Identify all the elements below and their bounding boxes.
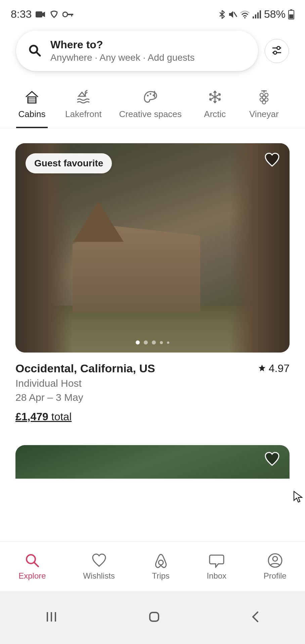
tab-label: Trips bbox=[152, 571, 169, 581]
svg-rect-6 bbox=[253, 16, 254, 18]
tab-explore[interactable]: Explore bbox=[18, 552, 46, 581]
svg-point-44 bbox=[273, 556, 277, 561]
profile-icon bbox=[267, 552, 283, 569]
back-button[interactable] bbox=[250, 610, 260, 625]
svg-point-42 bbox=[159, 560, 163, 565]
star-icon bbox=[258, 362, 266, 375]
category-label: Cabins bbox=[18, 109, 46, 119]
battery-percent: 58% bbox=[264, 8, 286, 20]
svg-rect-8 bbox=[257, 12, 259, 18]
category-label: Arctic bbox=[204, 109, 226, 119]
category-tabs: Cabins Lakefront Creative spaces Arctic … bbox=[0, 79, 305, 128]
bluetooth-icon bbox=[219, 10, 225, 19]
category-creative[interactable]: Creative spaces bbox=[119, 89, 181, 128]
listing-dates: 28 Apr – 3 May bbox=[15, 392, 290, 403]
svg-line-4 bbox=[234, 12, 237, 17]
grapes-icon bbox=[256, 89, 272, 105]
photo-pager bbox=[136, 340, 169, 344]
category-arctic[interactable]: Arctic bbox=[199, 89, 231, 128]
svg-point-24 bbox=[149, 93, 151, 95]
listing-price: £1,479 total bbox=[15, 411, 290, 423]
snowflake-icon bbox=[207, 89, 223, 105]
status-time: 8:33 bbox=[11, 8, 32, 20]
svg-rect-19 bbox=[28, 97, 36, 103]
filter-button[interactable] bbox=[265, 39, 289, 63]
rating-value: 4.97 bbox=[269, 362, 290, 375]
guest-favourite-badge: Guest favourite bbox=[26, 153, 112, 173]
filter-icon bbox=[271, 45, 282, 57]
category-lakefront[interactable]: Lakefront bbox=[65, 89, 101, 128]
search-area: Where to? Anywhere · Any week · Add gues… bbox=[0, 26, 305, 79]
cursor-icon bbox=[293, 490, 304, 505]
home-button[interactable] bbox=[147, 610, 161, 625]
search-title: Where to? bbox=[50, 39, 195, 51]
tab-inbox[interactable]: Inbox bbox=[207, 552, 226, 581]
svg-rect-9 bbox=[260, 10, 261, 18]
battery-icon bbox=[288, 9, 294, 19]
category-vineyards[interactable]: Vineyar bbox=[248, 89, 280, 128]
tab-trips[interactable]: Trips bbox=[152, 552, 169, 581]
mute-icon bbox=[228, 10, 237, 19]
tab-label: Profile bbox=[264, 571, 287, 581]
heart-icon bbox=[91, 552, 107, 569]
search-subtitle: Anywhere · Any week · Add guests bbox=[50, 52, 195, 63]
listing-photo[interactable]: Guest favourite bbox=[15, 143, 290, 353]
signal-icon bbox=[253, 10, 261, 18]
listing-feed: Guest favourite Occidental, California, … bbox=[0, 128, 305, 479]
svg-line-41 bbox=[34, 562, 38, 567]
svg-point-23 bbox=[147, 95, 148, 97]
listing-rating: 4.97 bbox=[258, 362, 290, 375]
palette-icon bbox=[142, 89, 159, 105]
svg-rect-2 bbox=[67, 14, 73, 15]
tab-label: Explore bbox=[18, 571, 46, 581]
listing-title: Occidental, California, US bbox=[15, 362, 155, 375]
tab-label: Wishlists bbox=[83, 571, 115, 581]
search-icon bbox=[25, 552, 40, 569]
svg-point-16 bbox=[277, 47, 280, 50]
android-nav-bar bbox=[0, 591, 305, 644]
listing-host: Individual Host bbox=[15, 378, 290, 389]
category-label: Vineyar bbox=[249, 109, 279, 119]
tab-label: Inbox bbox=[207, 571, 226, 581]
search-pill[interactable]: Where to? Anywhere · Any week · Add gues… bbox=[16, 31, 258, 71]
status-bar: 8:33 58% bbox=[0, 0, 305, 26]
wishlist-heart-button[interactable] bbox=[264, 452, 280, 468]
svg-rect-3 bbox=[71, 14, 72, 16]
category-label: Lakefront bbox=[65, 109, 101, 119]
airbnb-icon bbox=[154, 552, 168, 569]
listing-info[interactable]: Occidental, California, US 4.97 Individu… bbox=[15, 353, 290, 423]
chat-icon bbox=[209, 552, 224, 569]
listing-photo-next[interactable] bbox=[15, 445, 290, 479]
wishlist-heart-button[interactable] bbox=[264, 153, 280, 169]
svg-rect-48 bbox=[150, 612, 159, 621]
svg-rect-7 bbox=[255, 14, 256, 18]
camera-icon bbox=[36, 11, 46, 18]
svg-point-18 bbox=[274, 51, 277, 54]
lakefront-icon bbox=[75, 89, 91, 105]
bottom-tab-bar: Explore Wishlists Trips Inbox Profile bbox=[0, 541, 305, 591]
recents-button[interactable] bbox=[45, 610, 58, 625]
search-icon bbox=[28, 44, 41, 58]
category-label: Creative spaces bbox=[119, 109, 181, 119]
svg-point-1 bbox=[63, 12, 68, 17]
svg-rect-0 bbox=[36, 11, 42, 17]
category-cabins[interactable]: Cabins bbox=[16, 89, 48, 128]
svg-rect-12 bbox=[289, 14, 293, 18]
wifi-icon bbox=[240, 10, 250, 18]
cabin-icon bbox=[24, 89, 40, 105]
svg-point-5 bbox=[244, 17, 246, 18]
app-icon bbox=[50, 10, 58, 19]
svg-line-14 bbox=[37, 52, 40, 56]
svg-point-37 bbox=[262, 101, 266, 104]
key-icon bbox=[62, 11, 74, 18]
tab-wishlists[interactable]: Wishlists bbox=[83, 552, 115, 581]
tab-profile[interactable]: Profile bbox=[264, 552, 287, 581]
